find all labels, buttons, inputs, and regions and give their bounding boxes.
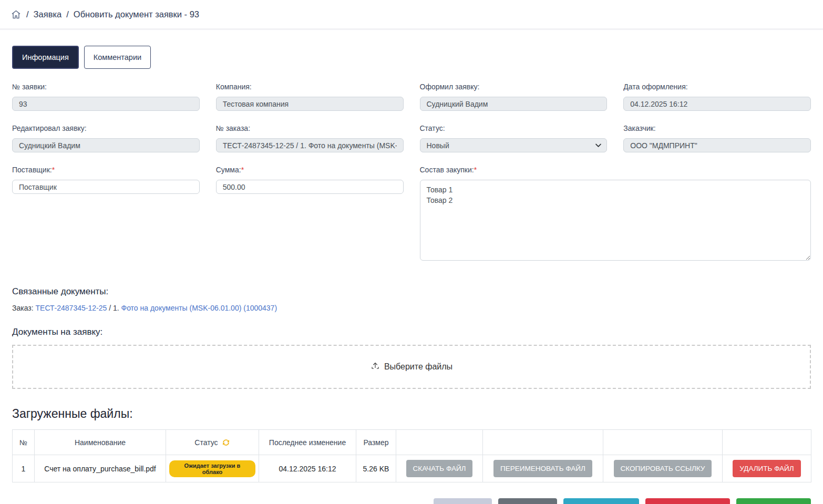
field-label: Поставщик:* bbox=[12, 166, 200, 174]
col-action-copy bbox=[603, 430, 723, 455]
field-created-date: Дата оформления: bbox=[623, 83, 811, 111]
field-edited-by: Редактировал заявку: bbox=[12, 124, 200, 152]
col-modified: Последнее изменение bbox=[259, 430, 356, 455]
save-button[interactable]: СОХРАНИТЬ bbox=[498, 498, 557, 504]
file-name: Счет на оплату_purchase_bill.pdf bbox=[35, 455, 166, 482]
uploaded-files-table: № Наименование Статус Последнее изменени… bbox=[12, 429, 811, 482]
field-purchase-content: Состав закупки:* Товар 1 Товар 2 bbox=[420, 166, 811, 263]
created-by-input[interactable] bbox=[420, 97, 608, 111]
request-number-input[interactable] bbox=[12, 97, 200, 111]
tab-bar: Информация Комментарии bbox=[12, 46, 811, 69]
linked-documents-section: Связанные документы: Заказ: ТЕСТ-2487345… bbox=[12, 286, 811, 312]
field-created-by: Оформил заявку: bbox=[420, 83, 608, 111]
field-label: Дата оформления: bbox=[623, 83, 811, 91]
field-label: Заказчик: bbox=[623, 124, 811, 132]
delete-file-button[interactable]: УДАЛИТЬ ФАЙЛ bbox=[733, 460, 800, 477]
order-number-input[interactable] bbox=[216, 138, 404, 152]
status-select[interactable]: Новый bbox=[420, 138, 608, 152]
linked-document-line: Заказ: ТЕСТ-2487345-12-25 / 1. Фото на д… bbox=[12, 304, 811, 312]
take-to-work-button[interactable]: ВЗЯТЬ В РАБОТУ bbox=[563, 498, 639, 504]
created-date-input[interactable] bbox=[623, 97, 811, 111]
upload-icon bbox=[371, 361, 380, 373]
customer-input[interactable] bbox=[623, 138, 811, 152]
breadcrumb-separator: / bbox=[66, 9, 69, 19]
file-row: 1 Счет на оплату_purchase_bill.pdf Ожида… bbox=[13, 455, 811, 482]
cancel-request-button[interactable]: ОТМЕНИТЬ ЗАЯВКУ bbox=[645, 498, 731, 504]
field-request-number: № заявки: bbox=[12, 83, 200, 111]
order-separator: / 1. bbox=[107, 304, 121, 312]
required-asterisk: * bbox=[474, 166, 477, 174]
field-amount: Сумма:* bbox=[216, 166, 404, 263]
documents-heading: Документы на заявку: bbox=[12, 327, 811, 337]
field-label: Состав закупки:* bbox=[420, 166, 811, 174]
file-dropzone[interactable]: Выберите файлы bbox=[12, 345, 811, 389]
supplier-input[interactable] bbox=[12, 180, 200, 194]
breadcrumb-section-link[interactable]: Заявка bbox=[34, 9, 62, 19]
field-label: Сумма:* bbox=[216, 166, 404, 174]
uploaded-files-heading: Загруженные файлы: bbox=[12, 407, 811, 421]
purchase-content-textarea[interactable]: Товар 1 Товар 2 bbox=[420, 180, 811, 261]
field-label: Статус: bbox=[420, 124, 608, 132]
col-name: Наименование bbox=[35, 430, 166, 455]
col-size: Размер bbox=[356, 430, 396, 455]
field-customer: Заказчик: bbox=[623, 124, 811, 152]
company-input[interactable] bbox=[216, 97, 404, 111]
required-asterisk: * bbox=[52, 166, 55, 174]
copy-link-button[interactable]: СКОПИРОВАТЬ ССЫЛКУ bbox=[614, 460, 712, 477]
field-order-number: № заказа: bbox=[216, 124, 404, 152]
tab-comments[interactable]: Комментарии bbox=[84, 46, 151, 69]
amount-input[interactable] bbox=[216, 180, 404, 194]
file-status-cell: Ожидает загрузки в облако bbox=[166, 455, 259, 482]
page-title: Обновить документ заявки - 93 bbox=[74, 9, 199, 19]
col-action-download bbox=[396, 430, 483, 455]
rename-file-button[interactable]: ПЕРЕИМЕНОВАТЬ ФАЙЛ bbox=[493, 460, 592, 477]
home-icon[interactable] bbox=[11, 9, 22, 20]
file-num: 1 bbox=[13, 455, 35, 482]
tab-information[interactable]: Информация bbox=[12, 46, 79, 69]
file-size: 5.26 KB bbox=[356, 455, 396, 482]
order-prefix: Заказ: bbox=[12, 304, 36, 312]
col-action-rename bbox=[483, 430, 603, 455]
status-badge: Ожидает загрузки в облако bbox=[169, 460, 255, 477]
refresh-status-icon[interactable] bbox=[222, 438, 230, 447]
edited-by-input[interactable] bbox=[12, 138, 200, 152]
field-company: Компания: bbox=[216, 83, 404, 111]
new-purchase-button[interactable]: НОВАЯ ЗАКУПКА bbox=[736, 498, 811, 504]
dropzone-label: Выберите файлы bbox=[384, 362, 452, 372]
back-button[interactable]: ВЕРНУТЬСЯ bbox=[434, 498, 492, 504]
required-asterisk: * bbox=[241, 166, 244, 174]
field-label: Редактировал заявку: bbox=[12, 124, 200, 132]
order-item-link[interactable]: Фото на документы (MSK-06.01.00) (100043… bbox=[121, 304, 277, 312]
field-label: Оформил заявку: bbox=[420, 83, 608, 91]
breadcrumb-separator: / bbox=[26, 9, 29, 19]
table-header-row: № Наименование Статус Последнее изменени… bbox=[13, 430, 811, 455]
linked-documents-heading: Связанные документы: bbox=[12, 286, 811, 297]
order-link[interactable]: ТЕСТ-2487345-12-25 bbox=[36, 304, 107, 312]
request-form: № заявки: Компания: Оформил заявку: Дата… bbox=[12, 83, 811, 276]
col-num: № bbox=[13, 430, 35, 455]
field-label: № заявки: bbox=[12, 83, 200, 91]
breadcrumb: / Заявка / Обновить документ заявки - 93 bbox=[0, 0, 823, 30]
col-status: Статус bbox=[166, 430, 259, 455]
footer-actions: ВЕРНУТЬСЯ СОХРАНИТЬ ВЗЯТЬ В РАБОТУ ОТМЕН… bbox=[12, 498, 811, 504]
field-label: Компания: bbox=[216, 83, 404, 91]
col-action-delete bbox=[723, 430, 811, 455]
field-status: Статус: Новый bbox=[420, 124, 608, 152]
download-file-button[interactable]: СКАЧАТЬ ФАЙЛ bbox=[406, 460, 473, 477]
field-label: № заказа: bbox=[216, 124, 404, 132]
file-modified: 04.12.2025 16:12 bbox=[259, 455, 356, 482]
field-supplier: Поставщик:* bbox=[12, 166, 200, 263]
